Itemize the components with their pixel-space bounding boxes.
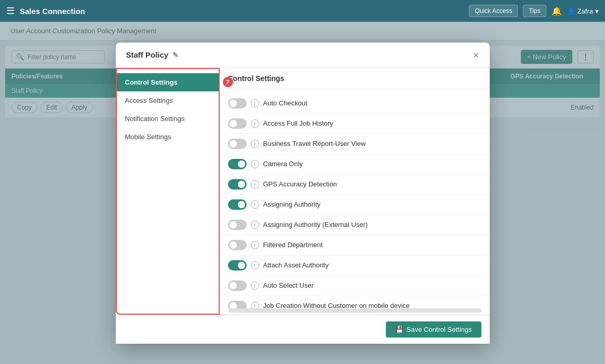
toggle-auto-checkout[interactable] [228, 98, 247, 109]
modal-header: Staff Policy ✎ × [116, 43, 490, 68]
setting-label-assigning-authority-ext: Assigning Authority (External User) [263, 221, 368, 228]
setting-label-assigning-authority: Assigning Authority [263, 200, 321, 208]
info-icon-business-travel-report[interactable]: i [251, 140, 259, 148]
sidebar-item-label-notification: Notification Settings [125, 115, 185, 123]
info-icon-filtered-department[interactable]: i [251, 241, 259, 249]
sidebar-item-label-mobile: Mobile Settings [125, 133, 171, 141]
modal-main-panel: Control Settings iAuto CheckoutiAccess F… [220, 68, 490, 315]
setting-item: iGPS Accuracy Detection [220, 174, 490, 195]
toggle-job-creation-without-customer[interactable] [228, 301, 247, 308]
info-icon-gps-accuracy[interactable]: i [251, 180, 259, 188]
setting-item: iAccess Full Job History [220, 114, 490, 134]
toggle-business-travel-report[interactable] [228, 139, 247, 149]
section-title: Control Settings [220, 68, 490, 89]
setting-item: iFiltered Department [220, 235, 490, 255]
setting-item: iAttach Asset Authority [220, 255, 490, 276]
tips-button[interactable]: Tips [523, 5, 546, 17]
modal-title: Staff Policy ✎ [126, 50, 179, 59]
user-avatar-icon: 👤 [567, 7, 575, 15]
navbar: ☰ Sales Connection Quick Access Tips 🔔 👤… [0, 0, 605, 22]
info-icon-access-full-job-history[interactable]: i [251, 119, 259, 128]
modal: Staff Policy ✎ × Control Settings 7 Acce… [116, 43, 490, 344]
setting-label-job-creation-without-customer: Job Creation Without Customer on mobile … [263, 302, 410, 308]
toggle-access-full-job-history[interactable] [228, 118, 247, 129]
modal-footer: 💾 Save Control Settings [116, 315, 490, 344]
setting-item: iAuto Select User [220, 276, 490, 296]
setting-item: iAssigning Authority [220, 195, 490, 215]
setting-item: iCamera Only [220, 154, 490, 174]
setting-item: iBusiness Travel Report-User View [220, 134, 490, 154]
modal-sidebar: Control Settings 7 Access Settings Notif… [116, 68, 220, 315]
info-icon-job-creation-without-customer[interactable]: i [251, 302, 259, 308]
sidebar-item-control-settings[interactable]: Control Settings 7 [117, 73, 219, 91]
horizontal-scrollbar[interactable] [228, 308, 481, 313]
setting-item: iAuto Checkout [220, 93, 490, 114]
toggle-filtered-department[interactable] [228, 240, 247, 250]
setting-label-camera-only: Camera Only [263, 160, 303, 168]
info-icon-auto-checkout[interactable]: i [251, 99, 259, 107]
settings-list: iAuto CheckoutiAccess Full Job HistoryiB… [220, 89, 490, 308]
navbar-left: ☰ Sales Connection [6, 5, 85, 17]
user-menu[interactable]: 👤 Zafra ▾ [567, 7, 599, 15]
toggle-gps-accuracy[interactable] [228, 179, 247, 190]
setting-label-filtered-department: Filtered Department [263, 241, 323, 249]
save-icon: 💾 [395, 326, 404, 333]
navbar-right: Quick Access Tips 🔔 👤 Zafra ▾ [469, 5, 599, 17]
info-icon-assigning-authority[interactable]: i [251, 200, 259, 209]
save-control-settings-button[interactable]: 💾 Save Control Settings [386, 321, 481, 338]
sidebar-badge: 7 [223, 77, 233, 87]
info-icon-assigning-authority-ext[interactable]: i [251, 221, 259, 229]
edit-title-icon[interactable]: ✎ [172, 51, 179, 59]
modal-body: Control Settings 7 Access Settings Notif… [116, 68, 490, 315]
toggle-attach-asset-authority[interactable] [228, 260, 247, 271]
toggle-assigning-authority-ext[interactable] [228, 220, 247, 230]
modal-overlay: Staff Policy ✎ × Control Settings 7 Acce… [0, 22, 605, 364]
modal-close-button[interactable]: × [473, 50, 479, 60]
toggle-camera-only[interactable] [228, 159, 247, 169]
main-content: User Account Customization Policy Manage… [0, 22, 605, 364]
setting-item: iJob Creation Without Customer on mobile… [220, 296, 490, 308]
bell-icon[interactable]: 🔔 [552, 6, 562, 16]
setting-label-attach-asset-authority: Attach Asset Authority [263, 261, 329, 269]
setting-item: iAssigning Authority (External User) [220, 215, 490, 235]
toggle-auto-select-user[interactable] [228, 280, 247, 291]
info-icon-camera-only[interactable]: i [251, 160, 259, 168]
chevron-down-icon: ▾ [595, 7, 599, 15]
sidebar-item-mobile-settings[interactable]: Mobile Settings [117, 128, 219, 146]
sidebar-item-notification-settings[interactable]: Notification Settings [117, 110, 219, 128]
setting-label-auto-select-user: Auto Select User [263, 281, 314, 289]
sidebar-item-access-settings[interactable]: Access Settings [117, 91, 219, 110]
save-btn-label: Save Control Settings [407, 326, 472, 333]
hamburger-icon[interactable]: ☰ [6, 5, 15, 17]
setting-label-auto-checkout: Auto Checkout [263, 99, 307, 107]
app-title: Sales Connection [20, 7, 85, 16]
sidebar-item-label-access: Access Settings [125, 97, 173, 104]
info-icon-auto-select-user[interactable]: i [251, 281, 259, 290]
info-icon-attach-asset-authority[interactable]: i [251, 261, 259, 269]
user-name: Zafra [577, 7, 593, 15]
toggle-assigning-authority[interactable] [228, 199, 247, 210]
setting-label-gps-accuracy: GPS Accuracy Detection [263, 180, 337, 188]
setting-label-access-full-job-history: Access Full Job History [263, 119, 333, 127]
modal-title-text: Staff Policy [126, 50, 169, 59]
setting-label-business-travel-report: Business Travel Report-User View [263, 140, 366, 147]
sidebar-item-label-control: Control Settings [125, 78, 178, 86]
quick-access-button[interactable]: Quick Access [469, 5, 518, 17]
